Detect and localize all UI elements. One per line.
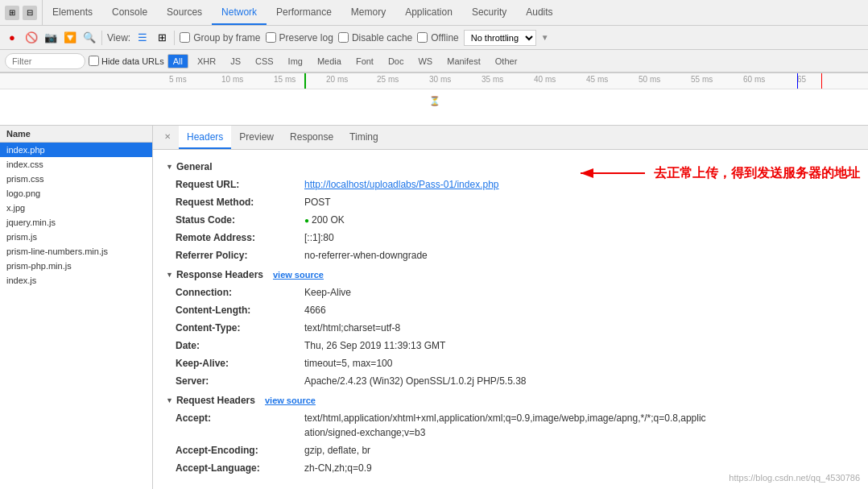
filter-other-btn[interactable]: Other bbox=[490, 54, 523, 68]
file-item-2[interactable]: prism.css bbox=[0, 172, 152, 186]
request-headers-triangle-icon: ▼ bbox=[166, 396, 173, 404]
throttle-dropdown-icon[interactable]: ▼ bbox=[541, 33, 549, 42]
resp-connection-value: Keep-Alive bbox=[304, 285, 351, 300]
clear-btn[interactable]: 🚫 bbox=[24, 31, 39, 45]
file-item-5[interactable]: jquery.min.js bbox=[0, 215, 152, 230]
tab-application[interactable]: Application bbox=[395, 0, 462, 25]
group-by-frame-checkbox[interactable] bbox=[180, 32, 190, 43]
tab-security[interactable]: Security bbox=[462, 0, 516, 25]
file-list-panel: Name index.php index.css prism.css logo.… bbox=[0, 126, 153, 489]
file-item-6[interactable]: prism.js bbox=[0, 230, 152, 244]
detail-tab-timing[interactable]: Timing bbox=[341, 126, 386, 149]
filter-row: Hide data URLs All XHR JS CSS Img Media … bbox=[0, 50, 868, 73]
details-panel: ✕ Headers Preview Response Timing ▼ Gene… bbox=[153, 126, 868, 489]
detail-content: ▼ General Request URL: http://localhost/… bbox=[153, 150, 868, 483]
req-accept-language-key: Accept-Language: bbox=[176, 461, 304, 475]
tick-15ms: 15 ms bbox=[274, 75, 296, 84]
detail-tab-preview[interactable]: Preview bbox=[231, 126, 282, 149]
detail-tab-response[interactable]: Response bbox=[282, 126, 341, 149]
tick-65: 65 bbox=[797, 75, 806, 84]
loading-indicator: ⏳ bbox=[429, 96, 440, 106]
filter-doc-btn[interactable]: Doc bbox=[382, 54, 410, 68]
filter-ws-btn[interactable]: WS bbox=[412, 54, 438, 68]
req-accept-value: text/html,application/xhtml+xml,applicat… bbox=[304, 411, 707, 440]
referrer-policy-value: no-referrer-when-downgrade bbox=[304, 248, 428, 263]
file-item-3[interactable]: logo.png bbox=[0, 186, 152, 201]
timeline-row: 5 ms 10 ms 15 ms 20 ms 25 ms 30 ms 35 ms… bbox=[0, 73, 868, 126]
tab-console[interactable]: Console bbox=[102, 0, 157, 25]
search-btn[interactable]: 🔍 bbox=[82, 31, 97, 45]
disable-cache-group: Disable cache bbox=[338, 32, 412, 44]
remote-address-key: Remote Address: bbox=[176, 230, 304, 245]
filter-xhr-btn[interactable]: XHR bbox=[192, 54, 221, 68]
disable-cache-label: Disable cache bbox=[352, 32, 412, 44]
req-accept-key: Accept: bbox=[176, 411, 304, 440]
request-url-value[interactable]: http://localhost/uploadlabs/Pass-01/inde… bbox=[304, 177, 499, 192]
req-accept-encoding-value: gzip, deflate, br bbox=[304, 443, 370, 458]
resp-keep-alive-row: Keep-Alive: timeout=5, max=100 bbox=[166, 354, 855, 372]
disable-cache-checkbox[interactable] bbox=[338, 32, 349, 43]
tab-memory[interactable]: Memory bbox=[341, 0, 395, 25]
resp-keep-alive-key: Keep-Alive: bbox=[176, 356, 304, 371]
file-item-1[interactable]: index.css bbox=[0, 157, 152, 172]
view-label: View: bbox=[107, 32, 130, 44]
dock-icon[interactable]: ⊞ bbox=[5, 6, 19, 20]
tab-icon-area: ⊞ ⊟ bbox=[0, 0, 43, 25]
offline-group: Offline bbox=[417, 32, 458, 44]
annotation-arrow-svg bbox=[577, 164, 649, 182]
tick-40ms: 40 ms bbox=[534, 75, 556, 84]
blue-marker-line bbox=[797, 73, 798, 89]
annotation-text: 去正常上传，得到发送服务器的地址 bbox=[654, 165, 860, 182]
resp-date-row: Date: Thu, 26 Sep 2019 11:39:13 GMT bbox=[166, 337, 855, 354]
file-item-8[interactable]: prism-php.min.js bbox=[0, 259, 152, 273]
detail-tabs-row: ✕ Headers Preview Response Timing bbox=[153, 126, 868, 150]
request-method-value: POST bbox=[304, 195, 331, 209]
request-headers-view-source-link[interactable]: view source bbox=[265, 396, 316, 405]
resp-content-type-row: Content-Type: text/html;charset=utf-8 bbox=[166, 319, 855, 337]
filter-css-btn[interactable]: CSS bbox=[250, 54, 279, 68]
tab-network[interactable]: Network bbox=[212, 0, 267, 25]
resp-connection-key: Connection: bbox=[176, 285, 304, 300]
detail-tab-headers[interactable]: Headers bbox=[179, 126, 231, 149]
annotation-overlay: 去正常上传，得到发送服务器的地址 bbox=[577, 164, 860, 182]
preserve-log-checkbox[interactable] bbox=[266, 32, 276, 43]
file-item-0[interactable]: index.php bbox=[0, 143, 152, 157]
tab-elements[interactable]: Elements bbox=[43, 0, 102, 25]
filter-js-btn[interactable]: JS bbox=[225, 54, 246, 68]
devtools-top-bar: ⊞ ⊟ Elements Console Sources Network Per… bbox=[0, 0, 868, 73]
filter-img-btn[interactable]: Img bbox=[283, 54, 308, 68]
filter-media-btn[interactable]: Media bbox=[312, 54, 347, 68]
tab-sources[interactable]: Sources bbox=[157, 0, 212, 25]
view-list-btn[interactable]: ☰ bbox=[135, 31, 150, 45]
toolbar-divider-1 bbox=[101, 31, 102, 45]
throttle-select[interactable]: No throttling bbox=[464, 30, 536, 46]
red-marker-line bbox=[821, 73, 822, 89]
offline-checkbox[interactable] bbox=[417, 32, 428, 43]
file-item-7[interactable]: prism-line-numbers.min.js bbox=[0, 244, 152, 259]
filter-input[interactable] bbox=[5, 53, 85, 69]
tick-25ms: 25 ms bbox=[377, 75, 399, 84]
filter-btn[interactable]: 🔽 bbox=[63, 31, 77, 45]
filter-manifest-btn[interactable]: Manifest bbox=[441, 54, 486, 68]
undock-icon[interactable]: ⊟ bbox=[23, 6, 37, 20]
tick-30ms: 30 ms bbox=[429, 75, 451, 84]
capture-screenshot-btn[interactable]: 📷 bbox=[43, 31, 58, 45]
tab-performance[interactable]: Performance bbox=[267, 0, 341, 25]
tab-audits[interactable]: Audits bbox=[516, 0, 562, 25]
close-detail-tab-btn[interactable]: ✕ bbox=[164, 132, 171, 141]
green-marker-line bbox=[304, 73, 306, 89]
filter-all-btn[interactable]: All bbox=[167, 54, 188, 68]
record-btn[interactable]: ● bbox=[5, 31, 19, 45]
resp-server-key: Server: bbox=[176, 374, 304, 388]
response-headers-view-source-link[interactable]: view source bbox=[273, 270, 324, 280]
main-tabs-row: ⊞ ⊟ Elements Console Sources Network Per… bbox=[0, 0, 868, 26]
file-item-9[interactable]: index.js bbox=[0, 273, 152, 288]
filter-font-btn[interactable]: Font bbox=[350, 54, 379, 68]
resp-connection-row: Connection: Keep-Alive bbox=[166, 284, 855, 301]
hide-data-urls-checkbox[interactable] bbox=[89, 56, 99, 66]
main-content: Name index.php index.css prism.css logo.… bbox=[0, 126, 868, 489]
resp-date-key: Date: bbox=[176, 338, 304, 353]
file-item-4[interactable]: x.jpg bbox=[0, 201, 152, 215]
group-by-frame-group: Group by frame bbox=[180, 32, 260, 44]
view-large-btn[interactable]: ⊞ bbox=[155, 31, 169, 45]
